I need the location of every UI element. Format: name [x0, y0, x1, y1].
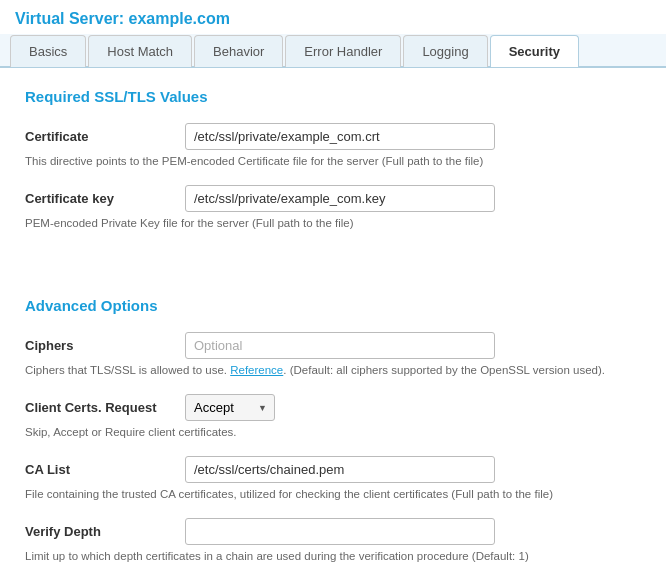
verify-depth-description: Limit up to which depth certificates in … — [25, 550, 641, 562]
ciphers-desc-before: Ciphers that TLS/SSL is allowed to use. — [25, 364, 230, 376]
ciphers-input[interactable] — [185, 332, 495, 359]
ciphers-description: Ciphers that TLS/SSL is allowed to use. … — [25, 364, 641, 376]
certificate-input[interactable] — [185, 123, 495, 150]
client-certs-label: Client Certs. Request — [25, 400, 185, 415]
ca-list-input[interactable] — [185, 456, 495, 483]
ciphers-desc-after: . (Default: all ciphers supported by the… — [283, 364, 605, 376]
required-section-title: Required SSL/TLS Values — [25, 88, 641, 105]
ca-list-label: CA List — [25, 462, 185, 477]
tab-logging[interactable]: Logging — [403, 35, 487, 67]
ciphers-input-wrapper — [185, 332, 495, 359]
advanced-section: Advanced Options Ciphers Ciphers that TL… — [25, 297, 641, 562]
tab-security[interactable]: Security — [490, 35, 579, 67]
tab-error-handler[interactable]: Error Handler — [285, 35, 401, 67]
certificate-input-wrapper — [185, 123, 495, 150]
client-certs-field-group: Client Certs. Request Accept Skip Requir… — [25, 394, 641, 438]
certificate-row: Certificate — [25, 123, 641, 150]
certificate-field-group: Certificate This directive points to the… — [25, 123, 641, 167]
certificate-description: This directive points to the PEM-encoded… — [25, 155, 641, 167]
verify-depth-input-wrapper — [185, 518, 495, 545]
ca-list-field-group: CA List File containing the trusted CA c… — [25, 456, 641, 500]
certificate-key-row: Certificate key — [25, 185, 641, 212]
tab-host-match[interactable]: Host Match — [88, 35, 192, 67]
certificate-key-description: PEM-encoded Private Key file for the ser… — [25, 217, 641, 229]
certificate-label: Certificate — [25, 129, 185, 144]
verify-depth-row: Verify Depth — [25, 518, 641, 545]
verify-depth-input[interactable] — [185, 518, 495, 545]
ca-list-description: File containing the trusted CA certifica… — [25, 488, 641, 500]
ca-list-input-wrapper — [185, 456, 495, 483]
client-certs-select[interactable]: Accept Skip Require — [185, 394, 275, 421]
client-certs-row: Client Certs. Request Accept Skip Requir… — [25, 394, 641, 421]
ciphers-row: Ciphers — [25, 332, 641, 359]
certificate-key-input-wrapper — [185, 185, 495, 212]
tab-behavior[interactable]: Behavior — [194, 35, 283, 67]
certificate-key-input[interactable] — [185, 185, 495, 212]
advanced-section-title: Advanced Options — [25, 297, 641, 314]
client-certs-description: Skip, Accept or Require client certifica… — [25, 426, 641, 438]
client-certs-select-wrapper: Accept Skip Require — [185, 394, 275, 421]
ciphers-field-group: Ciphers Ciphers that TLS/SSL is allowed … — [25, 332, 641, 376]
ca-list-row: CA List — [25, 456, 641, 483]
tabs-bar: Basics Host Match Behavior Error Handler… — [0, 34, 666, 68]
verify-depth-label: Verify Depth — [25, 524, 185, 539]
content-area: Required SSL/TLS Values Certificate This… — [0, 68, 666, 580]
ciphers-label: Ciphers — [25, 338, 185, 353]
certificate-key-label: Certificate key — [25, 191, 185, 206]
tab-basics[interactable]: Basics — [10, 35, 86, 67]
certificate-key-field-group: Certificate key PEM-encoded Private Key … — [25, 185, 641, 229]
page-title: Virtual Server: example.com — [0, 0, 666, 34]
ciphers-reference-link[interactable]: Reference — [230, 364, 283, 376]
verify-depth-field-group: Verify Depth Limit up to which depth cer… — [25, 518, 641, 562]
